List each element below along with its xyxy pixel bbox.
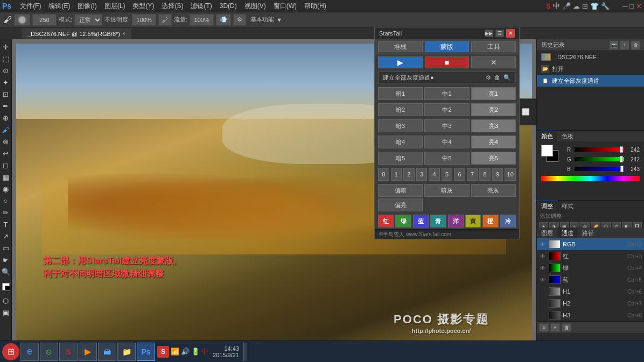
menu-window[interactable]: 窗口(W) (270, 1, 300, 12)
history-brush-tool[interactable]: ↩ (1, 148, 11, 159)
foreground-color[interactable] (1, 281, 11, 292)
plugin-menu-btn[interactable]: ☰ (495, 30, 504, 37)
section-settings-icon[interactable]: ⚙ (486, 74, 491, 81)
channel-h1[interactable]: 👁 H1 Ctrl+6 (537, 286, 644, 297)
eraser-tool[interactable]: ◻ (1, 160, 11, 171)
adjust-tab-style[interactable]: 样式 (557, 201, 578, 211)
clone-tool[interactable]: ⊗ (1, 136, 11, 147)
show-desktop-btn[interactable] (243, 343, 247, 361)
color-spectrum-bar[interactable] (541, 176, 640, 181)
btn-bright3[interactable]: 亮3 (471, 119, 516, 132)
tab-channels[interactable]: 通道 (557, 228, 578, 238)
gradient-tool[interactable]: ▦ (1, 172, 11, 182)
screen-mode-tool[interactable]: ▣ (1, 307, 11, 318)
lasso-tool[interactable]: ⊙ (1, 65, 11, 76)
color-btn-cyan[interactable]: 青 (430, 215, 446, 228)
shape-tool[interactable]: ▭ (1, 243, 11, 253)
channel-h3[interactable]: 👁 H3 Ctrl+8 (537, 309, 644, 321)
channel-h2[interactable]: 👁 H2 Ctrl+7 (537, 297, 644, 309)
channel-delete-icon[interactable]: 🗑 (562, 323, 571, 332)
num-2[interactable]: 2 (403, 168, 415, 181)
plugin-expand-btn[interactable]: ▶▶ (485, 30, 493, 37)
settings-icon[interactable]: ⚙ (233, 14, 246, 26)
channel-green[interactable]: 👁 绿 Ctrl+4 (537, 262, 644, 274)
taskbar-360[interactable]: ⊙ (40, 343, 58, 361)
num-10[interactable]: 10 (505, 168, 516, 181)
color-btn-yellow[interactable]: 黄 (465, 215, 481, 228)
num-1[interactable]: 1 (391, 168, 402, 181)
btn-dark3[interactable]: 暗3 (378, 119, 423, 132)
menu-3d[interactable]: 3D(D) (216, 1, 240, 11)
minimize-btn[interactable]: ─ (622, 2, 627, 10)
tab-layers[interactable]: 图层 (537, 228, 557, 238)
color-tab-color[interactable]: 颜色 (537, 131, 557, 141)
color-btn-purple[interactable]: 洋 (448, 215, 464, 228)
btn-mid2[interactable]: 中2 (424, 103, 469, 116)
taskbar-ps[interactable]: Ps (137, 343, 155, 361)
workspace-arrow[interactable]: ▼ (276, 17, 282, 23)
plugin-tab-home[interactable]: 蒙版 (425, 41, 470, 52)
num-0[interactable]: 0 (378, 168, 389, 181)
history-item-0[interactable]: _DSC2676.NEF (537, 51, 644, 63)
airbrush-icon[interactable]: 💨 (216, 14, 231, 26)
color-btn-green[interactable]: 绿 (395, 215, 411, 228)
path-select-tool[interactable]: ↗ (1, 231, 11, 242)
num-6[interactable]: 6 (454, 168, 465, 181)
foreground-swatch[interactable] (541, 145, 553, 157)
crop-tool[interactable]: ⊡ (1, 89, 11, 100)
eye-rgb[interactable]: 👁 (539, 240, 547, 248)
num-3[interactable]: 3 (416, 168, 428, 181)
menu-type[interactable]: 类型(Y) (129, 1, 157, 12)
history-camera-icon[interactable]: 📷 (610, 41, 618, 49)
section-clear-icon[interactable]: 🗑 (494, 74, 500, 81)
color-btn-red[interactable]: 红 (378, 215, 394, 228)
mini-panel-btn[interactable]: ⬜ (522, 108, 530, 116)
num-8[interactable]: 8 (479, 168, 491, 181)
plugin-x-btn[interactable]: ✕ (471, 56, 516, 68)
adjust-tab-adjust[interactable]: 调整 (537, 201, 557, 211)
plugin-tab-tools[interactable]: 工具 (471, 41, 516, 52)
pressure-opacity-icon[interactable]: 🖊 (158, 14, 172, 26)
plugin-close-btn[interactable]: ✕ (506, 29, 515, 38)
menu-filter[interactable]: 滤镜(T) (187, 1, 215, 12)
plugin-tab-stack[interactable]: 堆栈 (378, 41, 423, 52)
btn-dark4[interactable]: 暗4 (378, 136, 423, 148)
section-search-icon[interactable]: 🔍 (503, 74, 511, 81)
channel-blue[interactable]: 👁 蓝 Ctrl+5 (537, 274, 644, 286)
document-tab[interactable]: _DSC2676.NEF @ 12.5%(RGB/8*) × (22, 28, 131, 39)
btn-bright5[interactable]: 亮5 (471, 152, 516, 165)
hand-tool[interactable]: ☛ (1, 254, 11, 265)
heal-tool[interactable]: ⊕ (1, 112, 11, 123)
taskbar-folder[interactable]: 📁 (117, 343, 136, 361)
close-btn[interactable]: ✕ (636, 2, 642, 10)
channel-rgb[interactable]: 👁 RGB Ctrl+2 (537, 238, 644, 250)
btn-mid4[interactable]: 中4 (424, 136, 469, 148)
r-slider-track[interactable] (575, 147, 624, 152)
menu-file[interactable]: 文件(F) (17, 1, 44, 12)
num-4[interactable]: 4 (429, 168, 440, 181)
menu-image[interactable]: 图像(I) (74, 1, 100, 12)
zoom-tool[interactable]: 🔍 (1, 266, 11, 277)
btn-dark5[interactable]: 暗5 (378, 152, 423, 165)
brush-preset-picker[interactable] (14, 14, 30, 26)
btn-mid5[interactable]: 中5 (424, 152, 469, 165)
channel-new-icon[interactable]: + (550, 323, 560, 332)
menu-select[interactable]: 选择(S) (158, 1, 186, 12)
opacity-input[interactable]: 100% (132, 14, 156, 26)
color-btn-cold[interactable]: 冷 (500, 215, 516, 228)
history-item-1[interactable]: 📂 打开 (537, 63, 644, 75)
tab-paths[interactable]: 路径 (578, 228, 598, 238)
restore-btn[interactable]: □ (629, 2, 634, 10)
num-5[interactable]: 5 (442, 168, 453, 181)
menu-layer[interactable]: 图层(L) (101, 1, 129, 12)
history-delete-icon[interactable]: 🗑 (631, 41, 640, 49)
btn-mid1[interactable]: 中1 (424, 87, 469, 100)
tone-darkgray[interactable]: 暗灰 (424, 184, 469, 197)
tone-dark[interactable]: 偏暗 (378, 184, 423, 197)
start-button[interactable]: ⊞ (2, 343, 19, 360)
plugin-play-btn[interactable]: ▶ (378, 56, 423, 68)
eyedropper-tool[interactable]: ✒ (1, 101, 11, 111)
color-btn-blue[interactable]: 蓝 (413, 215, 429, 228)
magic-wand-tool[interactable]: ✦ (1, 77, 11, 88)
b-slider-track[interactable] (575, 167, 624, 171)
